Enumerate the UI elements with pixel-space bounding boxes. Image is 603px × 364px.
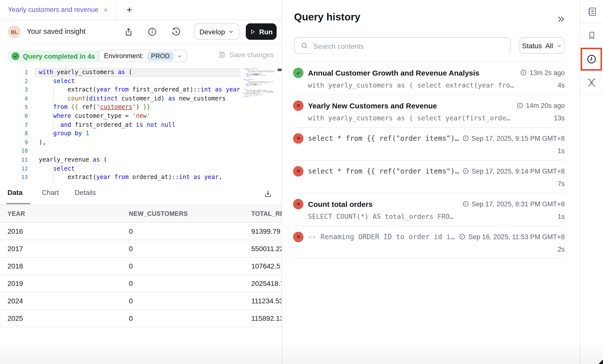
code-line[interactable]: 7 and first_ordered_at is not null [0,121,282,129]
code-line[interactable]: 13 extract(year from ordered_at)::int as… [0,173,282,182]
line-number: 9 [0,138,28,147]
environment-label: Environment: [104,52,144,60]
tab-label: Yearly customers and revenue [8,6,99,13]
chevron-down-icon [556,43,561,48]
collapse-panel-button[interactable] [556,14,566,24]
code-line[interactable]: 3 extract(year from first_ordered_at)::i… [0,86,282,94]
app-window: Yearly customers and revenue × + BL Your… [0,0,603,364]
query-duration: 7s [557,180,565,187]
save-changes-button[interactable]: Save changes [218,51,274,59]
search-input[interactable] [312,38,508,54]
tab-data[interactable]: Data [7,188,23,196]
query-history-item[interactable]: -- Renaming ORDER_ID to order_id i… Sep … [293,226,565,259]
environment-dropdown[interactable]: Environment: PROD [99,50,187,62]
query-duration: 13s [554,114,565,122]
tab-chart[interactable]: Chart [42,188,59,196]
query-duration: 2s [557,245,565,253]
code-line[interactable]: 4 count(distinct customer_id) as new_cus… [0,94,282,103]
table-cell: 0 [121,257,244,275]
error-status-icon [293,100,303,111]
table-cell: 91399.79 [244,223,282,240]
table-cell: 107642.5 [244,257,282,275]
develop-button[interactable]: Develop [194,23,239,40]
sidebar-item-explore[interactable] [580,76,603,89]
query-title: Count total orders [308,200,462,208]
code-line[interactable]: 11yearly_revenue as ( [0,156,282,164]
line-number: 5 [0,103,28,112]
code-line[interactable]: 1with yearly_customers as ( [0,68,282,77]
query-duration: 1s [557,147,565,154]
resize-corner-handle[interactable] [599,360,603,364]
sql-editor[interactable]: 1with yearly_customers as (2 select3 ext… [0,68,282,182]
line-number: 8 [0,129,28,138]
table-cell: 2017 [0,240,121,257]
editor-panel: Yearly customers and revenue × + BL Your… [0,0,282,364]
table-cell: 2025 [0,310,121,327]
code-line[interactable]: 12 select [0,164,282,173]
table-row: 20240111234.53 [0,292,282,310]
bookmark-icon [587,31,596,40]
info-button[interactable] [146,25,159,38]
line-number: 4 [0,94,28,103]
line-number: 6 [0,112,28,121]
query-history-item[interactable]: Count total orders Sep 17, 2025, 8:31 PM… [293,193,565,226]
sidebar-divider [580,94,603,95]
query-snippet: with yearly_customers as ( select year(f… [308,114,554,122]
query-time: Sep 17, 2025, 9:14 PM GMT+8 [462,167,565,175]
line-number: 11 [0,156,28,164]
column-header[interactable]: TOTAL_REVENUE [244,205,282,223]
sidebar-item-query-history[interactable] [581,48,602,71]
table-cell: 111234.53 [244,292,282,310]
code-line[interactable]: 9), [0,138,282,147]
query-history-item[interactable]: select * from {{ ref("order_items")… Sep… [293,127,565,160]
search-icon [301,42,308,50]
column-header[interactable]: YEAR [0,205,121,223]
tab-details[interactable]: Details [75,188,96,196]
history-clock-icon [171,27,181,37]
table-row: 20250115892.13 [0,310,282,327]
run-button[interactable]: Run [246,23,277,40]
table-row: 201902025418.77 [0,275,282,292]
code-line[interactable]: 6 where customer_type = 'new' [0,112,282,121]
status-filter-dropdown[interactable]: Status All [519,37,565,54]
query-duration: 1s [557,213,565,220]
line-number: 12 [0,164,28,173]
code-line[interactable]: 10 [0,147,282,156]
editor-minimap[interactable]: with yearly_customers as ( select extrac… [243,68,275,100]
code-line[interactable]: 2 select [0,77,282,86]
editor-scrollbar-thumb[interactable] [278,69,282,71]
clock-icon [462,135,469,142]
table-cell: 115892.13 [244,310,282,327]
download-button[interactable] [262,187,274,199]
sidebar-item-bookmarks[interactable] [580,29,603,42]
query-status-badge: Query completed in 4s [7,50,101,62]
code-line[interactable]: 5 from {{ ref('customers') }} [0,103,282,112]
table-row: 20180107642.5 [0,257,282,275]
query-history-item[interactable]: select * from {{ ref("order_items")… Sep… [293,160,565,193]
line-number: 2 [0,77,28,86]
share-button[interactable] [122,25,135,38]
code-line[interactable]: 8 group by 1 [0,129,282,138]
clock-icon [459,233,466,240]
tab-bar: Yearly customers and revenue × + [0,0,282,20]
version-history-button[interactable] [170,25,183,38]
chevron-down-icon [228,29,234,34]
close-tab-icon[interactable]: × [103,6,108,13]
query-title: Yearly New Customers and Revenue [308,101,516,110]
active-tab-underline [6,203,30,204]
error-status-icon [293,231,303,242]
save-floppy-icon [218,51,226,59]
query-snippet: with yearly_customers as ( select extrac… [308,81,557,89]
sidebar-item-notebook[interactable] [580,5,603,18]
tab-yearly-customers[interactable]: Yearly customers and revenue × [0,0,116,19]
query-history-item[interactable]: Yearly New Customers and Revenue 14m 20s… [293,94,565,127]
clock-icon [516,102,523,109]
notebook-icon [586,6,597,17]
column-header[interactable]: NEW_CUSTOMERS [121,205,244,223]
query-history-item[interactable]: Annual Customer Growth and Revenue Analy… [293,62,565,94]
environment-value-badge: PROD [147,51,174,60]
new-tab-button[interactable]: + [123,4,135,16]
query-title: select * from {{ ref("order_items")… [308,134,462,142]
table-cell: 0 [121,310,244,327]
table-cell: 2025418.77 [244,275,282,292]
